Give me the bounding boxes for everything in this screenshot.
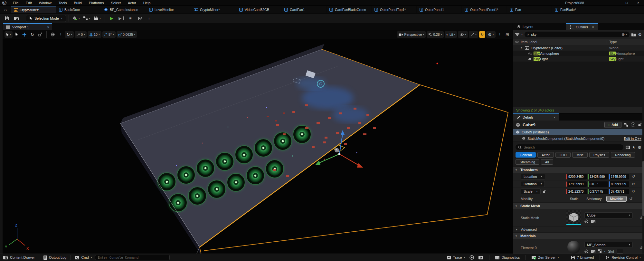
blueprints-dropdown[interactable]: ▾ [82, 15, 91, 22]
surface-snapping-dropdown[interactable]: ↻▾ [65, 31, 74, 38]
filter-actor[interactable]: Actor [537, 152, 554, 158]
grid-snap-dropdown[interactable]: 10 ▾ [88, 31, 101, 38]
column-item-label[interactable]: Item Label [521, 40, 607, 44]
close-icon[interactable]: × [592, 25, 594, 29]
projection-dropdown[interactable]: Perspective ▾ [397, 31, 426, 38]
filter-lod[interactable]: LOD [555, 152, 571, 158]
close-icon[interactable]: × [47, 25, 49, 29]
lock-open-icon[interactable] [638, 123, 641, 127]
world-coordinate-toggle[interactable] [49, 31, 56, 38]
viewport-settings-dropdown[interactable]: ⚙ ▾ [486, 31, 496, 38]
filter-rendering[interactable]: Rendering [611, 152, 635, 158]
menu-help[interactable]: Help [140, 0, 154, 6]
tab-details[interactable]: Details × [513, 113, 559, 121]
component-row-staticmesh[interactable]: StaticMeshComponent (StaticMeshComponent… [513, 135, 644, 142]
menu-actor[interactable]: Actor [124, 0, 140, 6]
output-log-button[interactable]: Output Log [43, 256, 66, 260]
tab-layers[interactable]: Layers [513, 23, 537, 30]
close-icon[interactable]: × [554, 115, 555, 119]
outliner-row-skylight[interactable]: SkyLight SkyLight [513, 56, 644, 62]
launch-platforms-button[interactable] [136, 15, 144, 22]
save-button[interactable] [3, 15, 11, 22]
texture-options-icon[interactable] [598, 249, 601, 253]
viewport-tab[interactable]: Viewport 1 × [3, 23, 52, 30]
menu-tools[interactable]: Tools [55, 0, 71, 6]
chevron-down-icon[interactable]: ▾ [604, 250, 605, 253]
location-x-field[interactable]: 9209.3450 [566, 174, 587, 179]
rotate-tool[interactable]: ↻ [29, 31, 36, 38]
edit-in-cpp-link[interactable]: Edit in C++ [624, 137, 641, 140]
scale-y-field[interactable]: 0.377475 [588, 189, 608, 194]
filter-general[interactable]: General [516, 152, 536, 158]
material-asset-dropdown[interactable]: MP_Screen ▾ [584, 242, 633, 248]
menu-select[interactable]: Select [107, 0, 124, 6]
use-selected-asset-icon[interactable] [584, 219, 588, 223]
screenshot-icon[interactable] [478, 256, 483, 260]
console-command-input[interactable]: Enter Console Command [95, 255, 170, 260]
window-minimize-button[interactable]: – [609, 0, 621, 6]
filter-misc[interactable]: Misc [572, 152, 588, 158]
viewport-kebab[interactable]: ⋮ [497, 31, 503, 38]
material-thumbnail[interactable] [566, 240, 581, 254]
scale-lock-icon[interactable] [543, 190, 546, 193]
convert-to-blueprint-icon[interactable] [624, 123, 628, 127]
view-mode-dropdown[interactable]: ◐ Lit ▾ [445, 31, 457, 38]
tab-outerpanel1[interactable]: OuterPanel1 [417, 6, 462, 13]
column-type[interactable]: Type [607, 40, 644, 44]
use-selected-asset-icon[interactable] [584, 249, 588, 253]
stop-button[interactable]: ■ [126, 15, 135, 22]
camera-rotation-toggle[interactable]: ↻ [479, 31, 485, 38]
tab-cardfan1[interactable]: CardFan1 [281, 6, 327, 13]
tab-outerpanelfront1[interactable]: OuterPanelFront1* [462, 6, 507, 13]
expand-caret-icon[interactable]: ▾ [521, 46, 524, 49]
component-row-instance[interactable]: Cube9 (Instance) [513, 129, 644, 135]
reset-rotation-icon[interactable]: ↺ [632, 182, 635, 186]
tab-bp-gameinstance[interactable]: BP_GameInstance [101, 6, 146, 13]
menu-platforms[interactable]: Platforms [85, 0, 107, 6]
section-transform[interactable]: ▾ Transform [513, 167, 644, 173]
layer-snap-dropdown[interactable]: 0 ▾ [75, 31, 87, 38]
menu-build[interactable]: Build [71, 0, 85, 6]
rotation-dropdown[interactable]: Rotation ▾ [521, 181, 545, 187]
scale-snap-dropdown[interactable]: 0.0625 ▾ [117, 31, 137, 38]
location-y-field[interactable]: 13425.999 [588, 174, 608, 179]
rotation-x-field[interactable]: 179.99999 [566, 181, 587, 187]
menu-edit[interactable]: Edit [22, 0, 35, 6]
home-icon[interactable]: ⌂ [0, 6, 11, 13]
favorites-icon[interactable]: ★ [632, 145, 636, 150]
zen-server-dropdown[interactable]: Zen Server ▾ [532, 256, 559, 260]
chevron-down-icon[interactable]: ▾ [521, 33, 523, 36]
eye-icon[interactable] [513, 41, 521, 43]
cmd-dropdown[interactable]: Cmd ▾ [75, 256, 92, 259]
scale-dropdown[interactable]: Scale ▾ [521, 188, 541, 194]
rotation-y-field[interactable]: 0.0...° [588, 181, 608, 187]
static-mesh-asset-dropdown[interactable]: Cube ▾ [584, 212, 633, 218]
mobility-movable[interactable]: Movable [606, 196, 627, 202]
window-maximize-button[interactable]: □ [621, 0, 632, 6]
tab-outerpaneltop1[interactable]: OuterPanelTop1* [372, 6, 417, 13]
add-component-button[interactable]: + Add [604, 122, 621, 128]
reset-mobility-icon[interactable]: ↺ [629, 197, 632, 201]
section-static-mesh[interactable]: ▾ Static Mesh [513, 203, 644, 209]
quad-view-button[interactable]: ⊞ [504, 31, 511, 38]
add-actor-dropdown[interactable]: ▾ [71, 15, 81, 22]
rotation-snap-dropdown[interactable]: 5° ▾ [102, 31, 116, 38]
browse-to-asset-icon[interactable] [591, 249, 595, 253]
details-search-input[interactable]: Search [516, 144, 623, 150]
session-record-icon[interactable] [469, 255, 474, 260]
menu-window[interactable]: Window [35, 0, 55, 6]
trace-dropdown[interactable]: Trace ▾ [447, 256, 465, 259]
viewport-3d-scene[interactable]: Z Y X ▾ ↻ ⋮ ↻▾ 0 ▾ 10 ▾ 5° ▾ [3, 30, 513, 254]
tab-basicdoor[interactable]: BasicDoor [56, 6, 101, 13]
mobility-stationary[interactable]: Stationary [583, 196, 605, 202]
tab-videocard32gb[interactable]: VideoCard32GB [236, 6, 281, 13]
selection-mode-dropdown[interactable]: Selection Mode ▾ [26, 15, 66, 22]
clear-search-icon[interactable]: × [527, 33, 529, 36]
location-z-field[interactable]: 1745.9999 [609, 174, 629, 179]
play-options-kebab[interactable]: ⋮ [145, 15, 153, 22]
content-drawer-button[interactable]: Content Drawer [3, 256, 35, 259]
filter-physics[interactable]: Physics [589, 152, 609, 158]
static-mesh-advanced-row[interactable]: ▸ Advanced [513, 227, 644, 233]
tab-cardfanbladegreen[interactable]: CardFanBladeGreen [327, 6, 372, 13]
play-button[interactable]: ▶ [108, 15, 116, 22]
